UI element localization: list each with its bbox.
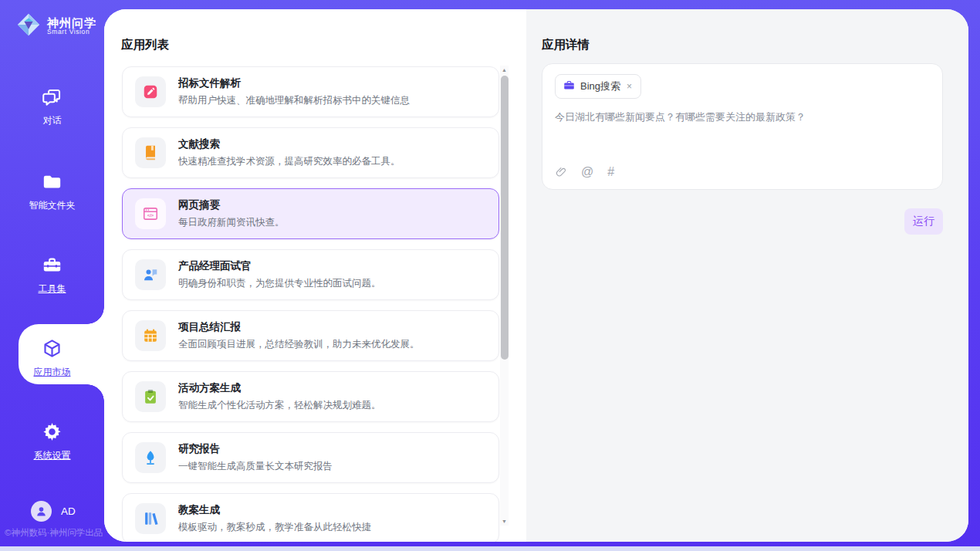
browser-code-icon: </>	[135, 198, 166, 229]
scroll-down-icon[interactable]: ▼	[500, 517, 509, 526]
app-card-title: 项目总结汇报	[178, 320, 420, 334]
scrollbar-thumb[interactable]	[501, 76, 509, 360]
scroll-up-icon[interactable]: ▲	[500, 66, 509, 74]
tag-close-icon[interactable]: ×	[626, 81, 633, 92]
sidebar-item-label: 应用市场	[0, 366, 104, 379]
books-icon	[135, 503, 166, 534]
tool-tag-label: Bing搜索	[580, 79, 620, 93]
attachment-toolbar: @ #	[555, 166, 614, 178]
app-card-pm-interviewer[interactable]: 产品经理面试官明确身份和职责，为您提供专业性的面试问题。	[122, 249, 499, 300]
sidebar-item-label: 对话	[0, 114, 104, 127]
app-card-title: 研究报告	[178, 442, 333, 456]
chat-icon	[42, 86, 63, 107]
book-icon	[135, 137, 166, 168]
app-card-description: 智能生成个性化活动方案，轻松解决规划难题。	[178, 399, 381, 412]
folder-icon	[42, 171, 63, 192]
svg-text:</>: </>	[147, 213, 154, 218]
app-card-title: 网页摘要	[178, 198, 285, 212]
at-icon[interactable]: @	[581, 166, 593, 178]
brand-name: 神州问学	[47, 17, 96, 29]
sidebar-item-smart-folders[interactable]: 智能文件夹	[0, 171, 104, 212]
app-card-description: 模板驱动，教案秒成，教学准备从此轻松快捷	[178, 521, 371, 534]
copyright-footer: ©神州数码·神州问学出品	[5, 527, 103, 539]
sidebar-item-label: 工具集	[0, 282, 104, 296]
app-card-description: 一键智能生成高质量长文本研究报告	[178, 460, 333, 473]
brand-subtitle: Smart Vision	[47, 29, 96, 35]
app-list-scrollbar[interactable]: ▲ ▼	[500, 66, 509, 526]
app-detail-title: 应用详情	[542, 37, 590, 53]
window-bottom-edge	[0, 546, 980, 551]
app-card-lesson-plan[interactable]: 教案生成模板驱动，教案秒成，教学准备从此轻松快捷	[122, 493, 499, 542]
prompt-card: Bing搜索 × 今日湖北有哪些新闻要点？有哪些需要关注的最新政策？ @ #	[542, 63, 943, 190]
user-initials: AD	[61, 505, 76, 517]
sidebar-item-toolset[interactable]: 工具集	[0, 255, 104, 296]
content-panel: 应用列表 招标文件解析帮助用户快速、准确地理解和解析招标书中的关键信息文献搜索快…	[104, 9, 968, 542]
app-card-description: 全面回顾项目进展，总结经验教训，助力未来优化发展。	[178, 338, 420, 351]
app-card-bid-doc-parse[interactable]: 招标文件解析帮助用户快速、准确地理解和解析招标书中的关键信息	[122, 66, 499, 117]
app-window: 神州问学 Smart Vision 对话智能文件夹工具集应用市场系统设置 AD …	[0, 0, 980, 551]
app-card-title: 教案生成	[178, 503, 371, 517]
sidebar: 神州问学 Smart Vision 对话智能文件夹工具集应用市场系统设置 AD …	[0, 0, 104, 551]
app-card-research-report[interactable]: 研究报告一键智能生成高质量长文本研究报告	[122, 432, 499, 483]
app-card-web-summary[interactable]: </>网页摘要每日政府新闻资讯快查。	[122, 188, 499, 239]
gear-icon	[42, 421, 63, 442]
brand-logo: 神州问学 Smart Vision	[15, 12, 96, 41]
sidebar-item-chat[interactable]: 对话	[0, 86, 104, 127]
sidebar-item-settings[interactable]: 系统设置	[0, 421, 104, 462]
ink-pen-icon	[135, 442, 166, 473]
app-card-description: 快速精准查找学术资源，提高研究效率的必备工具。	[178, 155, 400, 168]
app-card-event-plan[interactable]: 活动方案生成智能生成个性化活动方案，轻松解决规划难题。	[122, 371, 499, 422]
sidebar-item-app-market[interactable]: 应用市场	[0, 338, 104, 379]
app-card-title: 文献搜索	[178, 137, 400, 151]
avatar	[31, 501, 52, 522]
clipboard-check-icon	[135, 381, 166, 412]
user-account[interactable]: AD	[31, 501, 76, 522]
app-list-title: 应用列表	[121, 37, 169, 53]
paperclip-icon[interactable]	[555, 166, 567, 178]
toolbox-icon	[42, 255, 63, 276]
app-card-literature-search[interactable]: 文献搜索快速精准查找学术资源，提高研究效率的必备工具。	[122, 127, 499, 178]
calendar-grid-icon	[135, 320, 166, 351]
interviewer-icon	[135, 259, 166, 290]
app-card-description: 帮助用户快速、准确地理解和解析招标书中的关键信息	[178, 94, 410, 107]
edit-square-icon	[135, 76, 166, 107]
app-card-project-summary[interactable]: 项目总结汇报全面回顾项目进展，总结经验教训，助力未来优化发展。	[122, 310, 499, 361]
sidebar-item-label: 系统设置	[0, 449, 104, 462]
app-card-description: 明确身份和职责，为您提供专业性的面试问题。	[178, 277, 381, 290]
sidebar-item-label: 智能文件夹	[0, 199, 104, 212]
app-card-description: 每日政府新闻资讯快查。	[178, 216, 285, 229]
app-card-title: 活动方案生成	[178, 381, 381, 395]
app-list-pane: 应用列表 招标文件解析帮助用户快速、准确地理解和解析招标书中的关键信息文献搜索快…	[104, 9, 526, 542]
app-card-title: 产品经理面试官	[178, 259, 381, 273]
gem-logo-icon	[15, 12, 42, 41]
run-button[interactable]: 运行	[904, 208, 943, 235]
app-card-title: 招标文件解析	[178, 76, 410, 90]
briefcase-icon	[563, 79, 575, 94]
app-detail-pane: 应用详情 Bing搜索 × 今日湖北有哪些新闻要点？有哪些需要关注的最新政策？	[526, 9, 968, 542]
tool-tag-bing-search[interactable]: Bing搜索 ×	[555, 74, 641, 99]
cube-icon	[42, 338, 63, 359]
hash-icon[interactable]: #	[607, 166, 614, 178]
prompt-input[interactable]: 今日湖北有哪些新闻要点？有哪些需要关注的最新政策？	[555, 110, 925, 124]
